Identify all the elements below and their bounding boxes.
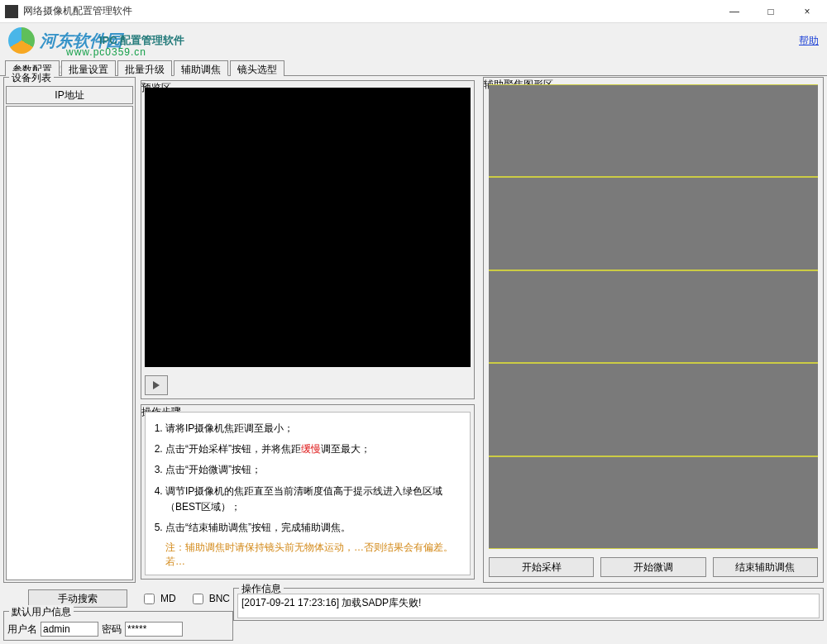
preview-panel: 预览区 xyxy=(141,80,475,399)
device-list[interactable] xyxy=(6,106,133,580)
password-input[interactable] xyxy=(125,622,183,637)
close-button[interactable]: × xyxy=(789,0,825,23)
title-bar: 网络摄像机配置管理软件 — □ × xyxy=(0,0,827,23)
window-controls: — □ × xyxy=(716,0,825,23)
md-checkbox-input[interactable] xyxy=(144,594,155,604)
step-3: 点击“开始微调”按钮； xyxy=(165,462,468,478)
minimize-button[interactable]: — xyxy=(716,0,753,23)
device-list-title: 设备列表 xyxy=(9,71,54,85)
bnc-checkbox-input[interactable] xyxy=(193,594,203,604)
help-link[interactable]: 帮助 xyxy=(799,34,819,48)
graph-row xyxy=(489,84,818,177)
focus-buttons: 开始采样 开始微调 结束辅助调焦 xyxy=(489,557,818,577)
end-focus-button[interactable]: 结束辅助调焦 xyxy=(713,557,818,577)
step-5: 点击“结束辅助调焦”按钮，完成辅助调焦。 xyxy=(165,520,468,536)
bottom-row: 手动搜索 MD BNC 操作信息 [2017-09-21 17:23:16] 加… xyxy=(3,588,824,609)
bnc-label: BNC xyxy=(209,593,230,604)
window-title: 网络摄像机配置管理软件 xyxy=(23,4,716,18)
username-label: 用户名 xyxy=(7,623,37,637)
op-info-panel: 操作信息 [2017-09-21 17:23:16] 加载SADP库失败! xyxy=(233,588,824,621)
svg-marker-0 xyxy=(153,381,160,389)
graph-row xyxy=(489,456,818,549)
logo-bar: HIKVISION 河东软件园 www.pc0359.cn IPC 配置管理软件… xyxy=(0,23,827,58)
device-list-panel: 设备列表 IP地址 xyxy=(3,77,136,583)
step-4: 调节IP摄像机的焦距直至当前清晰度值高于提示线进入绿色区域（BEST区域）； xyxy=(165,484,468,515)
play-icon xyxy=(152,381,160,389)
bnc-checkbox[interactable]: BNC xyxy=(189,591,230,607)
work-area: 设备列表 IP地址 预览区 操作步骤 请将IP摄像机焦距调至最小； 点击“开始采… xyxy=(3,77,824,583)
ip-address-header[interactable]: IP地址 xyxy=(6,86,133,104)
site-url: www.pc0359.cn xyxy=(66,46,146,58)
app-icon xyxy=(5,5,18,18)
app-subtitle: IPC 配置管理软件 xyxy=(99,33,184,48)
play-button[interactable] xyxy=(145,375,168,395)
start-sample-button[interactable]: 开始采样 xyxy=(489,557,594,577)
start-fine-button[interactable]: 开始微调 xyxy=(600,557,705,577)
tab-batch-upgrade[interactable]: 批量升级 xyxy=(117,60,172,76)
step-note: 注：辅助调焦时请保持镜头前无物体运动，…否则结果会有偏差。若… xyxy=(165,541,468,569)
step-1: 请将IP摄像机焦距调至最小； xyxy=(165,421,468,436)
focus-graph-panel: 辅助聚焦图形区 开始采样 开始微调 结束辅助调焦 xyxy=(483,77,824,583)
step-2: 点击“开始采样”按钮，并将焦距缓慢调至最大； xyxy=(165,441,468,457)
tab-assist-focus[interactable]: 辅助调焦 xyxy=(174,60,228,76)
password-label: 密码 xyxy=(102,623,122,637)
default-user-title: 默认用户信息 xyxy=(9,605,74,619)
main-tabs: 参数配置 批量设置 批量升级 辅助调焦 镜头选型 xyxy=(0,58,827,76)
focus-graph-area xyxy=(489,84,818,549)
md-label: MD xyxy=(160,593,176,604)
bottom-area: 手动搜索 MD BNC 操作信息 [2017-09-21 17:23:16] 加… xyxy=(3,588,824,642)
graph-row xyxy=(489,363,818,456)
tab-lens-select[interactable]: 镜头选型 xyxy=(230,60,284,76)
preview-video xyxy=(145,88,471,367)
username-input[interactable] xyxy=(41,622,98,637)
md-checkbox[interactable]: MD xyxy=(141,591,176,607)
steps-panel: 操作步骤 请将IP摄像机焦距调至最小； 点击“开始采样”按钮，并将焦距缓慢调至最… xyxy=(141,404,475,580)
op-log: [2017-09-21 17:23:16] 加载SADP库失败! xyxy=(237,594,820,618)
graph-row xyxy=(489,270,818,363)
site-logo-icon xyxy=(8,27,35,54)
graph-row xyxy=(489,177,818,270)
center-column: 预览区 操作步骤 请将IP摄像机焦距调至最小； 点击“开始采样”按钮，并将焦距缓… xyxy=(141,77,478,583)
steps-body[interactable]: 请将IP摄像机焦距调至最小； 点击“开始采样”按钮，并将焦距缓慢调至最大； 点击… xyxy=(145,412,471,575)
default-user-panel: 默认用户信息 用户名 密码 xyxy=(3,611,233,641)
tab-batch-settings[interactable]: 批量设置 xyxy=(61,60,116,76)
maximize-button[interactable]: □ xyxy=(753,0,789,23)
